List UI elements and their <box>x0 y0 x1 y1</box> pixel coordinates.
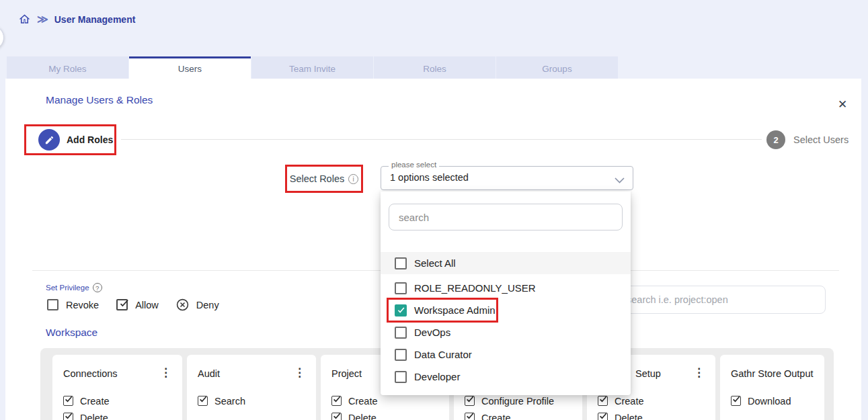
checkbox-icon[interactable] <box>395 282 407 294</box>
select-field-value: 1 options selected <box>390 172 469 183</box>
legend-label-deny: Deny <box>196 300 219 310</box>
breadcrumb: ≫ User Management <box>18 13 135 26</box>
tab-label: Users <box>178 64 202 74</box>
card-title-row: Gathr Store Output <box>731 368 814 380</box>
card-items: Download <box>731 392 814 409</box>
permission-item-label: Delete <box>615 413 643 420</box>
tab-team-invite[interactable]: Team Invite <box>251 56 373 79</box>
home-icon[interactable] <box>18 13 31 26</box>
permission-item-label: Configure Profile <box>481 396 554 407</box>
dropdown-option-label: DevOps <box>414 327 450 338</box>
dropdown-option-label: Developer <box>414 371 460 382</box>
allow-checkbox-icon <box>116 299 128 310</box>
permission-item-label: Delete <box>80 413 108 420</box>
card-title: Gathr Store Output <box>731 368 814 379</box>
checkbox-icon[interactable] <box>395 327 407 339</box>
permission-card-gathr-store-output: Gathr Store OutputDownload <box>720 355 824 420</box>
tab-label: Groups <box>542 64 571 74</box>
checkbox-icon[interactable] <box>395 349 407 361</box>
deny-icon <box>176 298 189 311</box>
dropdown-option-select-all[interactable]: Select All <box>381 252 631 274</box>
checked-checkbox-icon[interactable] <box>465 396 475 406</box>
tab-label: Team Invite <box>289 64 336 74</box>
step-label: Select Users <box>793 134 849 145</box>
card-title-row: Connections⋮ <box>63 368 171 380</box>
kebab-menu-icon[interactable]: ⋮ <box>294 368 305 378</box>
stepper-step-select-users[interactable]: 2 Select Users <box>766 130 849 149</box>
revoke-checkbox-icon <box>47 299 58 310</box>
dropdown-option-data-curator[interactable]: Data Curator <box>381 343 631 366</box>
card-title: Connections <box>63 368 118 379</box>
privilege-legend: Revoke Allow Deny <box>47 298 219 311</box>
permission-item-label: Create <box>615 396 644 407</box>
info-icon[interactable]: i <box>348 174 358 184</box>
permission-item: Delete <box>598 409 705 420</box>
set-privilege-title: Set Privilege ? <box>46 283 102 292</box>
card-title: Project <box>331 368 362 379</box>
checked-checkbox-icon[interactable] <box>63 413 73 420</box>
step-number-badge: 2 <box>766 130 785 149</box>
card-title: Audit <box>198 368 220 379</box>
checked-checkbox-icon[interactable] <box>63 396 73 406</box>
dropdown-search <box>389 204 623 230</box>
permission-item: Delete <box>63 409 171 420</box>
permission-item: Create <box>63 392 171 409</box>
chevron-down-icon[interactable] <box>615 174 625 186</box>
annotation-box-workspace-admin <box>387 298 498 323</box>
card-items: Configure ProfileCreate <box>465 392 571 420</box>
privilege-search <box>615 286 826 314</box>
tab-users[interactable]: Users <box>129 56 251 79</box>
checked-checkbox-icon[interactable] <box>598 396 608 406</box>
permission-item-label: Delete <box>348 413 377 420</box>
checkbox-icon[interactable] <box>395 371 407 383</box>
checked-checkbox-icon[interactable] <box>731 396 741 406</box>
card-items: CreateDelete <box>331 392 438 420</box>
checked-checkbox-icon[interactable] <box>331 396 342 406</box>
permission-item-label: Create <box>348 396 378 407</box>
permission-item: Download <box>731 392 814 409</box>
dropdown-search-input[interactable] <box>389 204 622 230</box>
permission-card-connections: Connections⋮CreateDelete <box>52 355 182 420</box>
privilege-search-input[interactable] <box>616 286 825 313</box>
kebab-menu-icon[interactable]: ⋮ <box>693 368 705 378</box>
roles-dropdown-panel: Select AllROLE_READONLY_USERWorkspace Ad… <box>381 192 631 395</box>
permission-item: Delete <box>331 409 438 420</box>
set-privilege-label: Set Privilege <box>46 284 89 292</box>
dropdown-option-developer[interactable]: Developer <box>381 366 631 388</box>
permission-item-label: Download <box>748 396 791 407</box>
stepper-connector <box>121 139 762 140</box>
dropdown-option-label: ROLE_READONLY_USER <box>414 282 536 294</box>
select-field-floating-label: please select <box>389 161 439 169</box>
kebab-menu-icon[interactable]: ⋮ <box>160 368 171 378</box>
checked-checkbox-icon[interactable] <box>465 413 475 420</box>
pencil-icon <box>38 129 60 151</box>
permission-item: Create <box>465 409 571 420</box>
card-items: CreateDelete <box>63 392 171 420</box>
checkbox-icon[interactable] <box>395 257 407 269</box>
tab-label: Roles <box>423 64 446 74</box>
checked-checkbox-icon[interactable] <box>598 413 608 420</box>
sidebar-toggle-handle[interactable] <box>0 26 4 50</box>
stepper-step-add-roles[interactable]: Add Roles <box>38 129 113 151</box>
permission-card-audit: Audit⋮Search <box>187 355 316 420</box>
breadcrumb-separator-icon: ≫ <box>37 14 48 25</box>
dropdown-option-devops[interactable]: DevOps <box>381 321 631 343</box>
checked-checkbox-icon[interactable] <box>331 413 342 420</box>
tab-roles[interactable]: Roles <box>374 56 496 79</box>
tab-label: My Roles <box>48 64 86 74</box>
select-roles-label: Select Roles <box>290 173 344 184</box>
dropdown-option-role-readonly-user[interactable]: ROLE_READONLY_USER <box>381 277 631 299</box>
legend-label-revoke: Revoke <box>66 300 99 310</box>
help-icon[interactable]: ? <box>93 283 102 292</box>
breadcrumb-current: User Management <box>54 14 136 25</box>
tab-groups[interactable]: Groups <box>496 56 618 79</box>
permission-item-label: Search <box>214 396 245 407</box>
dropdown-option-label: Select All <box>414 257 456 269</box>
tab-my-roles[interactable]: My Roles <box>7 56 128 79</box>
checked-checkbox-icon[interactable] <box>198 396 208 406</box>
dropdown-option-label: Data Curator <box>414 349 472 360</box>
card-title-row: Audit⋮ <box>198 368 305 380</box>
permission-item-label: Create <box>80 396 110 407</box>
permission-item: Search <box>198 392 305 409</box>
close-icon[interactable]: ✕ <box>836 98 849 112</box>
